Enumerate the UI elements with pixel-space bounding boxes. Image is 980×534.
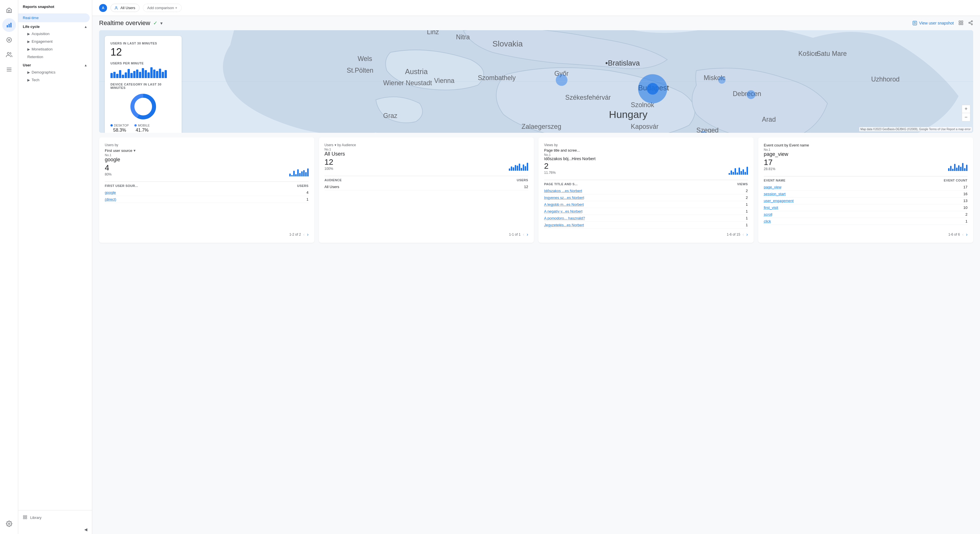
prev-page-button[interactable]: ‹ (523, 232, 524, 237)
map-background: Slovakia Hungary Austria •Bratislava Bud… (99, 30, 973, 133)
table-row: (direct) 1 (105, 196, 309, 203)
bar (745, 172, 746, 175)
prev-page-button[interactable]: ‹ (743, 232, 744, 237)
left-icon-column (0, 0, 18, 534)
bar (139, 72, 141, 78)
sidebar-item-retention[interactable]: Retention (18, 53, 92, 61)
sidebar-item-monetisation[interactable]: ▶ Monetisation (18, 45, 92, 53)
home-icon[interactable] (2, 3, 16, 17)
table-row: page_view 17 (764, 184, 968, 191)
svg-point-21 (971, 21, 973, 22)
share-icon[interactable] (968, 20, 973, 26)
zoom-out-button[interactable]: − (962, 113, 970, 121)
map-svg: Slovakia Hungary Austria •Bratislava Bud… (99, 30, 973, 133)
sidebar-item-acquisition[interactable]: ▶ Acquisition (18, 30, 92, 38)
prev-page-button[interactable]: ‹ (962, 232, 964, 237)
table-row: click 1 (764, 218, 968, 225)
svg-text:Nitra: Nitra (456, 33, 470, 41)
bar (735, 168, 736, 175)
bar (527, 163, 528, 171)
card2-pagination: 1-1 of 1 ‹ › (325, 228, 528, 237)
table-view-icon[interactable] (958, 20, 964, 26)
chevron-right-icon: ▶ (27, 40, 30, 44)
svg-text:Uzhhorod: Uzhhorod (871, 75, 900, 83)
page-title: Realtime overview (99, 19, 150, 27)
bar (307, 168, 309, 176)
table-row: Jegyzetelés...es Norbert 1 (544, 222, 748, 228)
next-page-button[interactable]: › (307, 232, 309, 237)
audience-icon[interactable] (2, 48, 16, 62)
bar (729, 173, 730, 175)
card2-dropdown-icon[interactable]: ▾ (334, 143, 336, 147)
desktop-dot (110, 124, 113, 126)
bar (153, 70, 156, 78)
svg-line-24 (970, 23, 971, 24)
topbar: A All Users Add comparison + (92, 0, 980, 16)
svg-rect-11 (25, 515, 27, 517)
bar (746, 167, 748, 175)
library-item[interactable]: Library (18, 510, 92, 525)
sidebar-section-lifecycle[interactable]: Life cycle ▲ (18, 22, 92, 30)
card1-number-col: No.1 google 4 80% (105, 153, 120, 176)
sidebar-item-engagement[interactable]: ▶ Engagement (18, 38, 92, 45)
bar (127, 69, 130, 78)
bar (523, 164, 524, 171)
sidebar-item-tech[interactable]: ▶ Tech (18, 76, 92, 84)
map-attribution: Map data ©2023 GeoBasis-DE/BKG (©2009), … (859, 127, 972, 131)
bar (511, 166, 512, 171)
bar (519, 164, 520, 171)
prev-page-button[interactable]: ‹ (303, 232, 305, 237)
table-row: first_visit 10 (764, 204, 968, 211)
card1-divider (105, 182, 309, 182)
svg-point-5 (7, 53, 9, 54)
svg-text:Szombathely: Szombathely (478, 74, 516, 81)
settings-icon[interactable] (2, 517, 16, 531)
card1-chart-col (124, 153, 309, 176)
view-snapshot-button[interactable]: View user snapshot (912, 21, 954, 26)
svg-point-9 (8, 523, 10, 524)
users-count: 12 (110, 46, 176, 58)
bar (113, 72, 116, 78)
analytics-icon[interactable] (2, 18, 16, 32)
svg-rect-18 (961, 21, 963, 22)
svg-point-64 (556, 74, 568, 86)
next-page-button[interactable]: › (966, 232, 967, 237)
table-row: Időszakos ...es Norbert 2 (544, 188, 748, 194)
svg-point-3 (6, 38, 11, 43)
card3-top-row: No.1 Időszakos böj...Hires Norbert 2 11.… (544, 153, 748, 175)
svg-text:Veszprém: Veszprém (576, 132, 605, 133)
card1-top-row: No.1 google 4 80% (105, 153, 309, 176)
svg-rect-15 (913, 21, 917, 25)
collapse-sidebar-button[interactable]: ◀ (18, 525, 92, 534)
bar (165, 70, 167, 78)
all-users-button[interactable]: All Users (110, 4, 140, 12)
reports-list-icon[interactable] (2, 63, 16, 77)
next-page-button[interactable]: › (746, 232, 748, 237)
svg-point-23 (971, 24, 973, 25)
add-comparison-button[interactable]: Add comparison + (143, 4, 181, 12)
bar (966, 165, 967, 171)
table-row: google 4 (105, 189, 309, 196)
sidebar-item-realtime[interactable]: Real-time (18, 13, 90, 22)
next-page-button[interactable]: › (527, 232, 528, 237)
sidebar-item-demographics[interactable]: ▶ Demographics (18, 69, 92, 76)
realtime-circle-icon[interactable] (2, 33, 16, 47)
svg-rect-2 (10, 23, 11, 28)
card1-dropdown-icon[interactable]: ▾ (134, 148, 135, 153)
card1-pagination: 1-2 of 2 ‹ › (105, 228, 309, 237)
bar (289, 174, 291, 176)
card2-mini-chart (509, 162, 528, 171)
device-donut-chart (110, 92, 176, 121)
zoom-in-button[interactable]: + (962, 105, 970, 113)
bar (295, 174, 297, 176)
page-title-row: Realtime overview ✓ ▾ (99, 19, 162, 27)
card2-divider (325, 176, 528, 176)
table-row: session_start 16 (764, 191, 968, 198)
svg-text:Arad: Arad (762, 116, 776, 123)
svg-text:Szeged: Szeged (697, 126, 719, 133)
sidebar-section-user[interactable]: User ▲ (18, 61, 92, 69)
page-dropdown-icon[interactable]: ▾ (160, 21, 162, 26)
bar (119, 70, 121, 78)
bar (525, 166, 526, 171)
svg-text:Kaposvár: Kaposvár (631, 123, 659, 130)
